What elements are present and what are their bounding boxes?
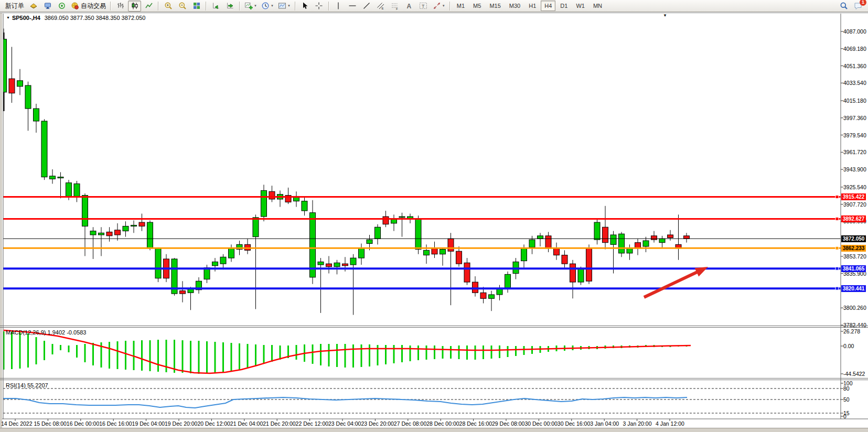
candle-body[interactable] — [578, 268, 584, 282]
deposit-button[interactable] — [27, 1, 40, 12]
timeframe-w1-button[interactable]: W1 — [572, 1, 588, 11]
candle-body[interactable] — [212, 262, 218, 265]
hline-button[interactable] — [346, 1, 359, 12]
candle-body[interactable] — [123, 226, 128, 231]
candle-body[interactable] — [269, 191, 275, 199]
candle-body[interactable] — [9, 79, 15, 93]
periods-button[interactable]: ▼ — [260, 1, 275, 12]
auto-scroll-button[interactable] — [209, 1, 222, 12]
candle-body[interactable] — [432, 249, 437, 254]
candle-body[interactable] — [570, 264, 576, 282]
candle-body[interactable] — [58, 177, 63, 178]
trend-arrow-head[interactable] — [694, 267, 708, 276]
support-line-1-handle[interactable] — [835, 267, 839, 270]
candle-body[interactable] — [603, 227, 608, 242]
tile-windows-button[interactable] — [190, 1, 203, 12]
candle-body[interactable] — [220, 257, 226, 264]
chart-dropdown-icon[interactable]: ▼ — [6, 16, 10, 19]
candle-body[interactable] — [261, 190, 267, 217]
candle-body[interactable] — [627, 249, 633, 253]
candle-body[interactable] — [497, 289, 502, 295]
resistance-line-2-handle[interactable] — [835, 217, 839, 220]
timeframe-h4-button[interactable]: H4 — [541, 1, 555, 11]
dropdown-caret-icon[interactable]: ▼ — [254, 4, 257, 7]
candle-body[interactable] — [562, 255, 567, 264]
candle-body[interactable] — [90, 231, 96, 235]
line-chart-button[interactable] — [142, 1, 155, 12]
notifications-button[interactable]: 1 — [851, 1, 864, 12]
text-button[interactable]: A — [403, 1, 416, 12]
candle-body[interactable] — [99, 233, 104, 235]
pane-separator[interactable] — [0, 380, 868, 380]
candle-body[interactable] — [180, 291, 186, 294]
candle-body[interactable] — [229, 249, 234, 258]
candle-body[interactable] — [668, 235, 673, 238]
candle-body[interactable] — [367, 240, 372, 243]
candle-body[interactable] — [82, 196, 88, 226]
support-line-2-handle[interactable] — [835, 287, 839, 290]
candle-body[interactable] — [34, 109, 39, 121]
timeframe-mn-button[interactable]: MN — [590, 1, 606, 11]
candle-body[interactable] — [139, 222, 145, 226]
candle-body[interactable] — [147, 222, 153, 249]
trend-arrow[interactable] — [644, 271, 700, 297]
candle-body[interactable] — [359, 249, 365, 258]
signals-button[interactable] — [55, 1, 68, 12]
candle-body[interactable] — [318, 262, 324, 265]
arrows-button[interactable]: ▼ — [431, 1, 447, 12]
candle-body[interactable] — [456, 251, 462, 264]
candle-body[interactable] — [106, 232, 112, 235]
terminal-button[interactable] — [41, 1, 54, 12]
candle-body[interactable] — [545, 236, 551, 249]
candle-body[interactable] — [66, 183, 72, 197]
candle-body[interactable] — [684, 236, 690, 239]
candle-body[interactable] — [529, 240, 535, 247]
cursor-button[interactable] — [298, 1, 312, 12]
candle-body[interactable] — [115, 230, 121, 235]
candle-body[interactable] — [464, 263, 470, 282]
vline-button[interactable] — [332, 1, 345, 12]
candle-body[interactable] — [651, 236, 657, 240]
candle-body[interactable] — [659, 239, 665, 242]
candle-body[interactable] — [342, 264, 348, 266]
candle-body[interactable] — [505, 274, 511, 288]
trendline-button[interactable] — [360, 1, 373, 12]
search-button[interactable] — [837, 1, 850, 12]
candle-body[interactable] — [594, 222, 600, 240]
candle-body[interactable] — [415, 219, 421, 250]
dropdown-caret-icon[interactable]: ▼ — [271, 4, 274, 7]
candle-body[interactable] — [131, 225, 137, 226]
fibonacci-button[interactable]: F — [389, 1, 402, 12]
candle-body[interactable] — [253, 218, 259, 237]
new-chart-button[interactable]: ▼ — [243, 1, 259, 12]
candle-body[interactable] — [440, 250, 446, 254]
zoom-out-button[interactable] — [176, 1, 189, 12]
pane-separator[interactable] — [0, 378, 868, 379]
pane-separator[interactable] — [0, 327, 868, 328]
timeframe-m5-button[interactable]: M5 — [469, 1, 485, 11]
candle-body[interactable] — [480, 293, 486, 298]
timeframe-m1-button[interactable]: M1 — [453, 1, 468, 11]
candle-body[interactable] — [155, 249, 161, 278]
zoom-in-button[interactable] — [162, 1, 175, 12]
candle-body[interactable] — [334, 263, 340, 266]
dropdown-caret-icon[interactable]: ▼ — [287, 4, 291, 7]
candle-body[interactable] — [41, 121, 47, 177]
autotrading-button[interactable]: 自动交易 — [69, 1, 108, 12]
candle-body[interactable] — [448, 239, 454, 251]
candle-body[interactable] — [302, 201, 307, 211]
candle-body[interactable] — [521, 249, 527, 261]
chart-shift-marker[interactable]: ▼ — [663, 13, 667, 18]
pane-separator[interactable] — [0, 326, 868, 326]
label-button[interactable]: T — [417, 1, 430, 12]
chart-canvas[interactable] — [0, 0, 868, 432]
timeframe-h1-button[interactable]: H1 — [525, 1, 540, 11]
templates-button[interactable]: ▼ — [276, 1, 292, 12]
candle-body[interactable] — [326, 264, 332, 267]
candle-body[interactable] — [424, 250, 430, 255]
candle-body[interactable] — [538, 236, 543, 239]
timeframe-m30-button[interactable]: M30 — [506, 1, 524, 11]
candle-chart-button[interactable] — [128, 1, 141, 12]
resistance-line-1-handle[interactable] — [835, 195, 839, 198]
timeframe-m15-button[interactable]: M15 — [486, 1, 504, 11]
